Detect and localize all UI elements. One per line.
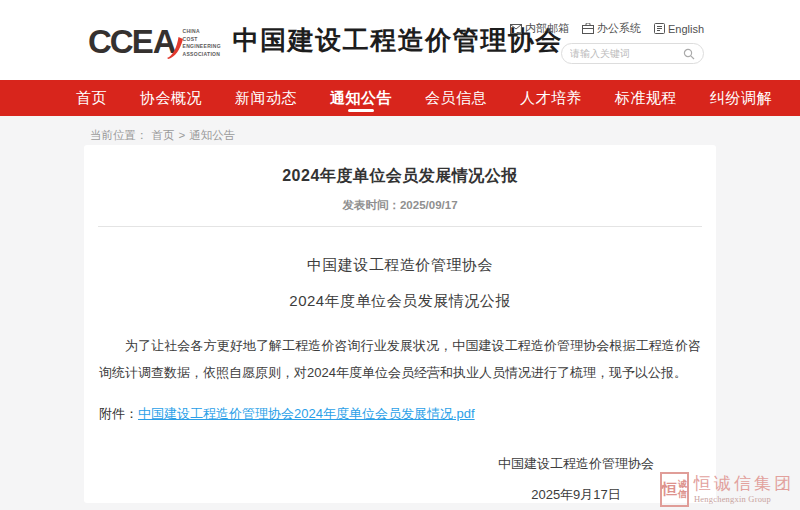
logo-text: CCE: [88, 25, 152, 58]
internal-mail-label: 内部邮箱: [525, 21, 569, 36]
nav-item-notices[interactable]: 通知公告: [330, 80, 392, 116]
breadcrumb: 当前位置： 首页 > 通知公告: [0, 116, 800, 145]
breadcrumb-separator: >: [179, 129, 186, 141]
breadcrumb-home[interactable]: 首页: [152, 128, 175, 143]
hengchengxin-watermark: 恒 诚 信 恒诚信集团 Hengchengxin Group: [660, 472, 794, 507]
logo[interactable]: CCE A CHINA COST ENGINEERING ASSOCIATION…: [88, 0, 563, 80]
book-icon: [654, 23, 665, 34]
mail-icon: [510, 24, 522, 34]
nav-item-mediation[interactable]: 纠纷调解: [710, 80, 772, 116]
article-title: 2024年度单位会员发展情况公报: [84, 145, 716, 187]
attachment-label: 附件：: [99, 406, 138, 421]
english-label: English: [668, 23, 704, 35]
ccea-logo-icon: CCE A CHINA COST ENGINEERING ASSOCIATION: [88, 22, 221, 58]
logo-subtitle: CHINA COST ENGINEERING ASSOCIATION: [183, 28, 221, 58]
breadcrumb-current[interactable]: 通知公告: [189, 128, 235, 143]
english-link[interactable]: English: [654, 23, 704, 35]
office-system-label: 办公系统: [597, 21, 641, 36]
article-publish-date: 发表时间：2025/09/17: [84, 198, 716, 213]
watermark-name: 恒诚信集团: [694, 475, 794, 494]
watermark-name-en: Hengchengxin Group: [694, 494, 794, 504]
signature-block: 中国建设工程造价管理协会 2025年9月17日: [498, 455, 654, 504]
logo-red-swoosh-icon: [166, 35, 183, 59]
signature-org: 中国建设工程造价管理协会: [498, 455, 654, 473]
briefcase-icon: [582, 23, 594, 34]
seal-char-main: 恒: [662, 482, 677, 497]
site-header: CCE A CHINA COST ENGINEERING ASSOCIATION…: [0, 0, 800, 80]
seal-char-bottom: 信: [678, 490, 687, 500]
office-system-link[interactable]: 办公系统: [582, 21, 641, 36]
search-input[interactable]: [570, 48, 683, 59]
nav-item-news[interactable]: 新闻动态: [235, 80, 297, 116]
page: CCE A CHINA COST ENGINEERING ASSOCIATION…: [0, 0, 800, 510]
hengchengxin-seal-icon: 恒 诚 信: [660, 472, 689, 507]
internal-mail-link[interactable]: 内部邮箱: [510, 21, 569, 36]
title-divider: [98, 226, 702, 227]
header-utilities: 内部邮箱 办公系统: [510, 21, 704, 64]
attachment-row: 附件：中国建设工程造价管理协会2024年度单位会员发展情况.pdf: [99, 405, 701, 423]
breadcrumb-prefix: 当前位置：: [90, 128, 148, 143]
nav-item-training[interactable]: 人才培养: [520, 80, 582, 116]
search-icon[interactable]: [683, 48, 695, 60]
article-card: 2024年度单位会员发展情况公报 发表时间：2025/09/17 中国建设工程造…: [84, 145, 716, 503]
main-nav: 首页 协会概况 新闻动态 通知公告 会员信息 人才培养 标准规程 纠纷调解: [0, 80, 800, 116]
attachment-pdf-link[interactable]: 中国建设工程造价管理协会2024年度单位会员发展情况.pdf: [138, 406, 475, 421]
nav-item-standards[interactable]: 标准规程: [615, 80, 677, 116]
search-box[interactable]: [561, 43, 704, 64]
article-heading-org: 中国建设工程造价管理协会: [84, 256, 716, 275]
nav-item-about[interactable]: 协会概况: [140, 80, 202, 116]
nav-item-members[interactable]: 会员信息: [425, 80, 487, 116]
article-heading-subject: 2024年度单位会员发展情况公报: [84, 292, 716, 311]
logo-letter-a: A: [153, 25, 177, 58]
signature-date: 2025年9月17日: [498, 486, 654, 504]
nav-item-home[interactable]: 首页: [76, 80, 107, 116]
article-paragraph: 为了让社会各方更好地了解工程造价咨询行业发展状况，中国建设工程造价管理协会根据工…: [99, 332, 701, 386]
quick-links: 内部邮箱 办公系统: [510, 21, 704, 36]
